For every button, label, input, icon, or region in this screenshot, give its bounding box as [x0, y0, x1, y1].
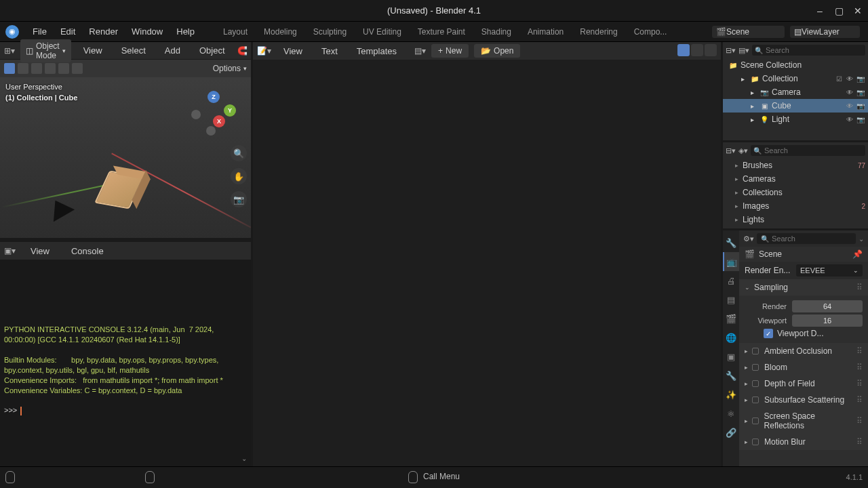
menu-render[interactable]: Render [82, 26, 125, 37]
section-subsurface-scattering[interactable]: ▸Subsurface Scattering⠿ [739, 392, 868, 408]
options-icon[interactable]: ⌄ [859, 235, 864, 243]
checkbox-empty[interactable] [752, 439, 759, 445]
check-icon[interactable]: ☑ [834, 74, 844, 83]
zoom-icon[interactable]: 🔍 [231, 145, 247, 161]
drag-icon[interactable]: ⠿ [856, 416, 863, 426]
syntax-icon[interactable] [677, 44, 690, 56]
proptab-viewlayer[interactable]: ▤ [723, 290, 739, 309]
vp-menu-object[interactable]: Object [193, 45, 232, 56]
render-icon[interactable]: 📷 [856, 74, 865, 83]
tool-cursor[interactable] [31, 63, 42, 74]
drag-icon[interactable]: ⠿ [856, 395, 863, 405]
checkbox-empty[interactable] [752, 418, 759, 424]
outliner-item-light[interactable]: ▸💡Light👁📷 [723, 113, 868, 126]
viewlayer-selector[interactable]: ▤ [790, 26, 860, 38]
camera-object[interactable] [45, 195, 75, 222]
section-depth-of-field[interactable]: ▸Depth of Field⠿ [739, 375, 868, 392]
scene-selector[interactable]: 🎬 [712, 26, 785, 38]
vp-menu-view[interactable]: View [77, 45, 109, 56]
viewport-denoise-checkbox[interactable]: ✓ Viewport D... [764, 329, 863, 338]
outliner-search[interactable]: 🔍 [752, 45, 865, 56]
outliner-item-collection[interactable]: ▸📁Collection☑👁📷 [723, 72, 868, 85]
eye-icon[interactable]: 👁 [845, 87, 854, 97]
eye-icon[interactable]: 👁 [845, 115, 854, 124]
tab-modeling[interactable]: Modeling [256, 27, 305, 37]
checkbox-empty[interactable] [752, 396, 759, 403]
drag-icon[interactable]: ⠿ [856, 363, 863, 372]
db-item-lights[interactable]: ▸Lights [723, 213, 868, 226]
proptab-physics[interactable]: ⚛ [723, 404, 739, 423]
menu-file[interactable]: File [26, 26, 54, 37]
proptab-tool[interactable]: 🔧 [723, 233, 739, 252]
tab-texturepaint[interactable]: Texture Paint [410, 27, 473, 37]
outliner-item-cube[interactable]: ▸▣Cube👁📷 [723, 99, 868, 113]
menu-edit[interactable]: Edit [54, 26, 82, 37]
linewrap-icon[interactable] [691, 44, 703, 56]
render-icon[interactable]: 📷 [856, 115, 865, 124]
maximize-button[interactable]: ▢ [834, 6, 844, 16]
open-text-button[interactable]: 📂Open [474, 44, 520, 58]
drag-icon[interactable]: ⠿ [856, 437, 863, 447]
proptab-object[interactable]: ▣ [723, 347, 739, 366]
proptab-world[interactable]: 🌐 [723, 328, 739, 347]
filter-icon[interactable]: ▤▾ [738, 46, 749, 55]
console-menu-view[interactable]: View [24, 246, 56, 256]
outliner-item-scene-collection[interactable]: 📁Scene Collection [723, 58, 868, 72]
gizmo-z[interactable]: Z [208, 91, 220, 103]
console-menu-console[interactable]: Console [64, 246, 111, 256]
outliner-item-camera[interactable]: ▸📷Camera👁📷 [723, 85, 868, 99]
vp-menu-add[interactable]: Add [158, 45, 187, 56]
tab-animation[interactable]: Animation [519, 27, 572, 37]
viewport-3d[interactable]: ⊞▾ ◫ Object Mode ▾ View Select Add Objec… [0, 42, 251, 240]
db-item-collections[interactable]: ▸Collections [723, 186, 868, 199]
eye-icon[interactable]: 👁 [845, 74, 854, 83]
console-output[interactable]: PYTHON INTERACTIVE CONSOLE 3.12.4 (main,… [0, 260, 251, 466]
render-icon[interactable]: 📷 [856, 87, 865, 97]
cube-object[interactable] [94, 171, 144, 209]
datablock-icon[interactable]: ▤▾ [414, 46, 426, 56]
text-menu-view[interactable]: View [277, 46, 309, 56]
checkbox-empty[interactable] [752, 380, 759, 387]
text-menu-templates[interactable]: Templates [350, 46, 403, 56]
menu-window[interactable]: Window [125, 26, 170, 37]
proptab-scene[interactable]: 🎬 [723, 309, 739, 328]
magnet-icon[interactable]: 🧲 [237, 46, 248, 56]
editor-type-icon[interactable]: ⊟▾ [726, 146, 736, 155]
proptab-constraint[interactable]: 🔗 [723, 423, 739, 442]
tab-uvediting[interactable]: UV Editing [355, 27, 410, 37]
mode-selector[interactable]: ◫ Object Mode ▾ [20, 39, 71, 62]
editor-type-icon[interactable]: ▣▾ [4, 246, 16, 256]
db-item-images[interactable]: ▸Images2 [723, 199, 868, 213]
blender-logo-icon[interactable]: ◉ [5, 25, 19, 39]
db-item-cameras[interactable]: ▸Cameras [723, 172, 868, 186]
proptab-render[interactable]: 📺 [723, 252, 739, 271]
display-mode-icon[interactable]: ◈▾ [738, 146, 748, 155]
menu-help[interactable]: Help [170, 26, 201, 37]
section-bloom[interactable]: ▸Bloom⠿ [739, 359, 868, 375]
close-button[interactable]: ✕ [853, 6, 863, 16]
tab-shading[interactable]: Shading [473, 27, 519, 37]
chevron-down-icon[interactable]: ⌄ [241, 454, 247, 464]
nav-gizmo[interactable]: Z Y X [190, 91, 237, 138]
scene-input[interactable] [726, 27, 781, 37]
proptab-modifier[interactable]: 🔧 [723, 366, 739, 385]
pan-icon[interactable]: ✋ [231, 168, 247, 184]
section-sampling[interactable]: ⌄ Sampling ⠿ [739, 279, 868, 296]
viewport-samples-input[interactable]: 16 [792, 314, 863, 327]
camera-view-icon[interactable]: 📷 [231, 191, 247, 207]
tab-sculpting[interactable]: Sculpting [305, 27, 355, 37]
drag-icon[interactable]: ⠿ [856, 283, 863, 292]
section-ambient-occlusion[interactable]: ▸Ambient Occlusion⠿ [739, 343, 868, 359]
editor-type-icon[interactable]: ⊟▾ [726, 46, 736, 55]
databrowser-search[interactable]: 🔍 [751, 145, 865, 156]
drag-icon[interactable]: ⠿ [856, 346, 863, 356]
section-motion-blur[interactable]: ▸Motion Blur⠿ [739, 434, 868, 450]
tool-box[interactable] [18, 63, 28, 74]
tool-select[interactable] [4, 63, 15, 74]
options-dropdown[interactable]: Options ▾ [213, 64, 247, 73]
section-screen-space-reflections[interactable]: ▸Screen Space Reflections⠿ [739, 408, 868, 434]
proptab-output[interactable]: 🖨 [723, 271, 739, 290]
eye-icon[interactable]: 👁 [845, 101, 854, 110]
checkbox-empty[interactable] [752, 364, 759, 371]
tool-rotate[interactable] [58, 63, 69, 74]
